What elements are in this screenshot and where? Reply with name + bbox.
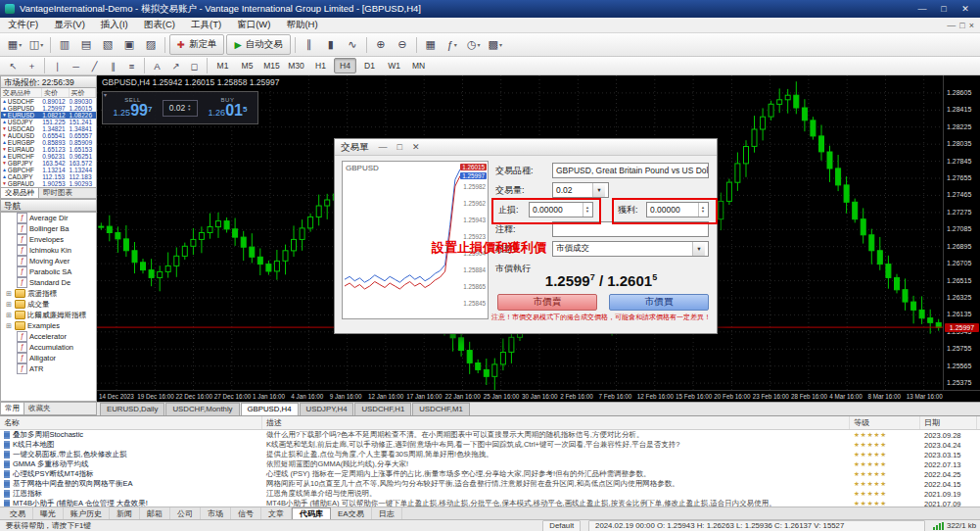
- one-click-buy-button[interactable]: BUY 1.26015: [198, 97, 257, 119]
- toolbox-tab-新闻[interactable]: 新闻: [110, 507, 140, 519]
- timeframe-m1[interactable]: M1: [211, 58, 234, 73]
- menu-item-3[interactable]: 图表(C): [136, 19, 183, 31]
- market-watch-row[interactable]: ▲GBPCHF1.132141.13244: [1, 167, 96, 173]
- toolbox-row[interactable]: 基于网格中间盘整的双向网格平衡EA网格间距可从10点直至几十点不等,风险均匀分布…: [0, 479, 980, 489]
- navigator-item[interactable]: ⊞成交量: [1, 299, 96, 310]
- market-watch-tab-即时图表[interactable]: 即时图表: [39, 188, 76, 198]
- window-maximize-button[interactable]: □: [934, 4, 954, 14]
- toolbox-tab-交易[interactable]: 交易: [3, 507, 33, 519]
- navigator-item[interactable]: ⊞Examples: [1, 320, 96, 331]
- take-profit-input[interactable]: 0.00000▲▼: [646, 202, 709, 217]
- chart-minimize-button[interactable]: —: [947, 21, 956, 30]
- line-chart-icon[interactable]: ∿: [342, 34, 363, 56]
- toolbox-row[interactable]: 心理线PSY断线MT4指标心理线 (PSY) 指标在一定周期内上涨事件的占比,衡…: [0, 469, 980, 479]
- fibonacci-icon[interactable]: ≡: [122, 58, 141, 74]
- vertical-line-icon[interactable]: ∣: [48, 58, 67, 74]
- chart-tab-USDCHF,H1[interactable]: USDCHF,H1: [354, 403, 411, 415]
- market-watch-row[interactable]: ▼EURUSD1.082121.08226: [1, 112, 96, 119]
- market-watch-row[interactable]: ▲EURGBP0.858930.85909: [1, 139, 96, 146]
- volume-select[interactable]: 0.02▼: [552, 182, 609, 198]
- one-click-dropdown-icon[interactable]: ▾: [104, 91, 107, 98]
- dialog-close-button[interactable]: ✕: [412, 142, 420, 152]
- market-watch-row[interactable]: ▲USDCHF0.890120.89030: [1, 98, 96, 105]
- navigator-item[interactable]: ƒATR: [1, 363, 96, 374]
- channel-icon[interactable]: ∥: [104, 58, 122, 74]
- navigator-tab-常用[interactable]: 常用: [1, 403, 24, 414]
- toolbox-tab-账户历史[interactable]: 账户历史: [64, 507, 110, 519]
- candlestick-chart-icon[interactable]: ▮: [320, 34, 342, 56]
- timeframe-m30[interactable]: M30: [285, 58, 307, 73]
- order-type-select[interactable]: 市價成交▼: [552, 241, 709, 257]
- menu-item-0[interactable]: 文件(F): [0, 19, 46, 31]
- price-scale[interactable]: 1.286051.284151.282251.280351.278451.276…: [943, 75, 980, 390]
- chart-tab-GBPUSD,H4[interactable]: GBPUSD,H4: [241, 403, 299, 415]
- navigator-item[interactable]: ƒStandard De: [1, 277, 96, 288]
- chevron-down-icon[interactable]: ▼: [592, 183, 605, 197]
- column-ask[interactable]: 买价: [70, 88, 96, 97]
- buy-by-market-button[interactable]: 市價買: [609, 294, 709, 311]
- toolbox-row[interactable]: K线日本地图K线画笔和笔划,前后走廊,可以手动修正,遇到留意场中布局,看一下图中…: [0, 440, 980, 450]
- tile-windows-icon[interactable]: ▦: [420, 34, 442, 56]
- timeframe-mn[interactable]: MN: [407, 58, 430, 73]
- column-date[interactable]: 日期: [920, 416, 977, 429]
- menu-item-2[interactable]: 插入(I): [93, 19, 136, 31]
- expand-icon[interactable]: ⊞: [5, 290, 13, 298]
- navigator-item[interactable]: ƒIchimoku Kin: [1, 245, 96, 256]
- toolbox-row[interactable]: 叠加多周期Stochastic做什么用?下载那个吗?色本不延周期检查不清。在小周…: [0, 430, 980, 440]
- zoom-in-icon[interactable]: ⊕: [370, 34, 392, 56]
- toolbox-tab-文章[interactable]: 文章: [261, 507, 292, 519]
- arrow-object-icon[interactable]: ↗: [166, 58, 185, 74]
- dialog-minimize-button[interactable]: —: [379, 142, 388, 152]
- symbol-select[interactable]: GBPUSD, Great Britain Pound vs US Dollar…: [552, 163, 709, 178]
- navigator-item[interactable]: ⊞比爾威廉姆斯指標: [1, 310, 96, 320]
- timeframe-h1[interactable]: H1: [309, 58, 332, 73]
- market-watch-row[interactable]: ▼GBPAUD1.902531.90293: [1, 180, 96, 187]
- navigator-item[interactable]: ⊞震盪指標: [1, 288, 96, 299]
- market-watch-row[interactable]: ▲CADJPY112.153112.183: [1, 173, 96, 180]
- market-watch-row[interactable]: ▼AUDUSD0.655410.65557: [1, 132, 96, 139]
- time-axis[interactable]: 14 Dec 202319 Dec 16:0022 Dec 16:0027 De…: [97, 390, 980, 402]
- expand-icon[interactable]: ⊞: [5, 301, 13, 309]
- menu-item-6[interactable]: 帮助(H): [278, 19, 325, 31]
- toolbox-tab-公司[interactable]: 公司: [170, 507, 201, 519]
- toolbox-tab-日志[interactable]: 日志: [372, 507, 402, 519]
- data-window-icon[interactable]: ▤: [75, 34, 97, 56]
- market-watch-row[interactable]: ▲USDJPY151.225151.241: [1, 119, 96, 125]
- profile-selector[interactable]: Default: [542, 520, 581, 531]
- column-bid[interactable]: 卖价: [42, 88, 69, 97]
- market-watch-icon[interactable]: ▥: [54, 34, 75, 56]
- chart-restore-button[interactable]: □: [959, 21, 964, 30]
- timeframe-d1[interactable]: D1: [358, 58, 381, 73]
- navigator-item[interactable]: ƒAccelerator: [1, 331, 96, 342]
- chart-tab-EURUSD,Daily[interactable]: EURUSD,Daily: [100, 403, 164, 415]
- periods-icon[interactable]: ◷▾: [463, 34, 485, 56]
- timeframe-w1[interactable]: W1: [383, 58, 405, 73]
- crosshair-icon[interactable]: +: [23, 58, 41, 74]
- stop-loss-input[interactable]: 0.00000▲▼: [529, 202, 593, 217]
- one-click-sell-button[interactable]: SELL 1.25997: [103, 97, 163, 119]
- new-order-button[interactable]: ✚新定单: [169, 34, 224, 55]
- toolbox-row[interactable]: GMMA 多重移动平均线依照短期蓝图的GMMA(顾比均线),分享大家!★★★★★…: [0, 459, 980, 469]
- dialog-maximize-button[interactable]: □: [397, 142, 402, 152]
- profiles-icon[interactable]: ◫▾: [25, 34, 47, 56]
- spinner-icon[interactable]: ▲▼: [698, 203, 705, 217]
- strategy-tester-icon[interactable]: ▨: [140, 34, 162, 56]
- toolbox-tab-代码库[interactable]: 代码库: [292, 507, 331, 520]
- navigator-item[interactable]: ƒAverage Dir: [1, 213, 96, 223]
- cursor-icon[interactable]: ↖: [4, 58, 23, 74]
- column-rating[interactable]: 等级: [850, 416, 920, 429]
- sell-by-market-button[interactable]: 市價賣: [497, 294, 597, 311]
- column-symbol[interactable]: 交易品种: [1, 88, 42, 97]
- toolbox-tab-信号[interactable]: 信号: [231, 507, 261, 519]
- navigator-item[interactable]: ƒEnvelopes: [1, 234, 96, 245]
- toolbox-tab-曝光[interactable]: 曝光: [33, 507, 64, 519]
- menu-item-5[interactable]: 窗口(W): [229, 19, 278, 31]
- market-watch-row[interactable]: ▲GBPUSD1.259971.26015: [1, 105, 96, 112]
- spinner-icon[interactable]: ▲▼: [583, 203, 589, 217]
- window-close-button[interactable]: ✕: [956, 4, 975, 14]
- zoom-out-icon[interactable]: ⊖: [392, 34, 413, 56]
- navigator-item[interactable]: ƒMoving Aver: [1, 256, 96, 266]
- templates-icon[interactable]: ▩▾: [485, 34, 506, 56]
- shapes-icon[interactable]: ◻: [185, 58, 204, 74]
- one-click-lot-input[interactable]: 0.02 ▲▼: [163, 100, 198, 117]
